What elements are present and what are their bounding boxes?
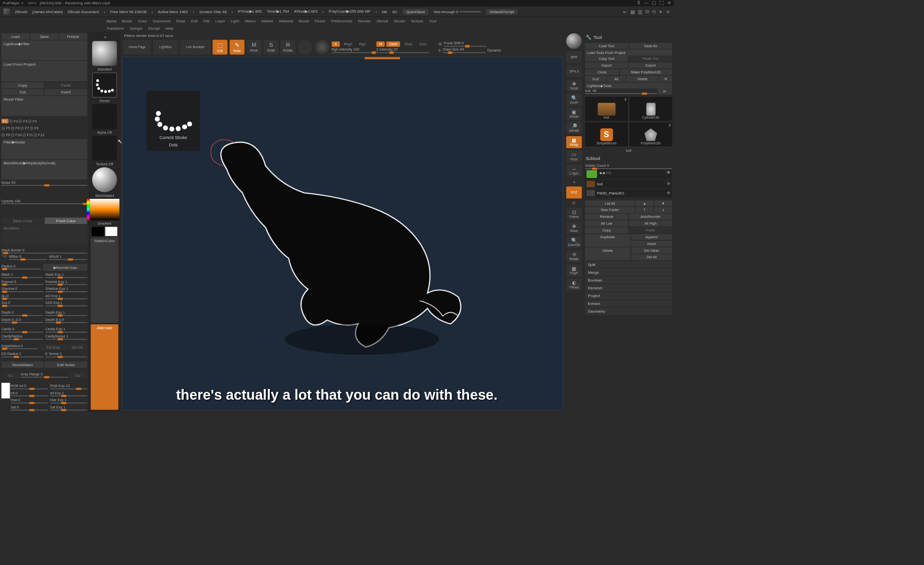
viscount-slider[interactable]: Visible Count 4	[585, 164, 672, 169]
editnoise-button[interactable]: Edit Noise	[45, 362, 87, 368]
restore-icon[interactable]: ▢	[652, 0, 656, 5]
menu-draw[interactable]: Draw	[176, 19, 186, 23]
settings-icon[interactable]: ✦	[659, 9, 663, 15]
rgbint-slider[interactable]: RGB Int 0	[11, 384, 48, 389]
menu-zscript[interactable]: Zscript	[148, 26, 160, 31]
accordion-boolean[interactable]: Boolean	[585, 277, 672, 284]
menu-light[interactable]: Light	[231, 19, 239, 23]
tool-polymesh[interactable]: 2PolyMesh3D	[629, 123, 672, 147]
layout-icon[interactable]: ▦	[630, 9, 635, 15]
layout2-icon[interactable]: ▥	[638, 9, 642, 15]
ao-slider[interactable]: Ao 0	[1, 294, 43, 299]
cycle-icon[interactable]: ⟲	[652, 9, 656, 15]
front-color[interactable]: Front Color	[45, 217, 87, 224]
accordion-merge[interactable]: Merge	[585, 269, 672, 276]
zintensity-slider[interactable]: Z Intensity 25	[376, 47, 429, 53]
menu-picker[interactable]: Picker	[315, 19, 326, 23]
zbrush-logo[interactable]	[3, 8, 10, 15]
satexp-slider[interactable]: Sat Exp 1	[50, 405, 87, 410]
r-button[interactable]: R	[660, 76, 672, 82]
accordion-extract[interactable]: Extract	[585, 300, 672, 307]
down-button[interactable]: ▼	[654, 200, 672, 206]
r2-button[interactable]: R	[657, 88, 672, 94]
menu-stroke[interactable]: Stroke	[394, 19, 405, 23]
shadowexp-slider[interactable]: Shadow Exp 1	[45, 287, 87, 292]
homepage-button[interactable]: Home Page	[123, 40, 151, 55]
eye-icon[interactable]: 👁	[666, 170, 671, 178]
gizmo-circle[interactable]	[297, 40, 313, 55]
back-color[interactable]: Back Color	[1, 217, 44, 224]
g1-button[interactable]: G1	[1, 372, 20, 378]
filter-f1[interactable]: F1	[1, 119, 8, 123]
depth-slider[interactable]: Depth 0	[1, 311, 43, 316]
bull48-slider[interactable]: bull. 48	[585, 88, 657, 94]
refresh-icon[interactable]: ⟳	[572, 201, 575, 206]
makepoly-button[interactable]: Make PolyMesh3D	[620, 69, 672, 75]
sssexp-slider[interactable]: SSS Exp 1	[45, 301, 87, 306]
duplicate-button[interactable]: Duplicate	[585, 234, 630, 247]
append-button[interactable]: Append	[631, 234, 672, 240]
m-tag[interactable]: M	[376, 41, 385, 47]
menu-help[interactable]: Help	[165, 26, 173, 31]
allhigh-button[interactable]: All High	[629, 220, 672, 226]
minimize-icon[interactable]: —	[644, 0, 648, 5]
brush-swatch[interactable]	[92, 41, 117, 66]
edexp[interactable]: ED Exp	[40, 344, 66, 350]
cavityexp-slider[interactable]: Cavity Exp 1	[45, 327, 87, 333]
zadd-tag[interactable]: Zadd	[386, 41, 400, 47]
int-slider[interactable]: Int 0	[11, 391, 48, 396]
menu-layer[interactable]: Layer	[215, 19, 225, 23]
load-button[interactable]: Load	[1, 34, 30, 40]
hueexp-slider[interactable]: Hue Exp 1	[50, 398, 87, 404]
player-name[interactable]: PotPlayer	[3, 1, 20, 5]
drawsize-slider[interactable]: Draw Size 64	[443, 48, 485, 53]
mask1-slider[interactable]: Mask 1	[1, 273, 43, 278]
zoom3d-button[interactable]: 🔍Zoom3D	[566, 236, 582, 248]
subtool-bull[interactable]: bull👁	[585, 180, 672, 188]
delete-button[interactable]: Delete	[585, 247, 630, 260]
visible-button[interactable]: Visible	[626, 76, 659, 82]
menu-document[interactable]: Document	[153, 19, 171, 23]
floor-button[interactable]: ▭Floor	[566, 150, 582, 162]
zoom-button[interactable]: 🔍Zoom	[566, 93, 582, 106]
close-icon[interactable]: ✕	[667, 0, 671, 5]
hue-slider[interactable]: Hue 0	[11, 398, 48, 404]
rgb-tag[interactable]: Rgb	[356, 41, 368, 47]
draw-button[interactable]: ✎Draw	[229, 40, 244, 55]
insert-button[interactable]: Insert	[45, 89, 87, 95]
accordion-geometry[interactable]: Geometry	[585, 308, 672, 315]
loadtool-button[interactable]: Load Tool	[585, 43, 628, 49]
sculptris-circle[interactable]	[314, 40, 330, 55]
up-button[interactable]: ▲	[636, 200, 654, 206]
copy-button[interactable]: Copy	[1, 82, 44, 88]
menu-color[interactable]: Color	[138, 19, 147, 23]
edradius-slider[interactable]: ED Radius 1	[1, 352, 43, 357]
color-swatch[interactable]	[1, 383, 10, 398]
export-button[interactable]: Export	[629, 62, 672, 68]
actual-button[interactable]: ▣Actual	[566, 108, 582, 120]
menu-material[interactable]: Material	[279, 19, 293, 23]
menu-marker[interactable]: Marker	[262, 19, 274, 23]
esense-slider[interactable]: E Sense 1	[45, 352, 87, 357]
sss-slider[interactable]: Sss 0	[1, 301, 43, 306]
white-swatch[interactable]	[105, 227, 118, 236]
filter-f7[interactable]: F7	[20, 126, 29, 130]
edgedetect-slider[interactable]: EdgeDetect 0	[1, 344, 38, 350]
cavity-slider[interactable]: Cavity 0	[1, 327, 43, 333]
switchcolor-button[interactable]: SwitchColor	[91, 237, 119, 323]
tool-bull[interactable]: 2bull	[585, 97, 628, 121]
intexp-slider[interactable]: Int Exp 1	[50, 391, 87, 396]
load-from-project[interactable]: Load From Project	[1, 61, 87, 81]
noise-slider[interactable]: Noise 50	[1, 180, 87, 198]
menu-macro[interactable]: Macro	[245, 19, 256, 23]
maskexp-slider[interactable]: Mask Exp 1	[45, 273, 87, 278]
tool-cylinder[interactable]: Cylinder3D	[629, 97, 672, 121]
cavitysense-slider[interactable]: CavitySense 1	[45, 334, 87, 339]
liveboolean-button[interactable]: Live Boolean	[180, 40, 210, 55]
rotate-button[interactable]: RRotate	[280, 40, 296, 55]
texture-swatch[interactable]	[92, 136, 117, 160]
downend-button[interactable]: ⤓	[654, 207, 672, 213]
menu-movie[interactable]: Movie	[299, 19, 309, 23]
filter-f10[interactable]: F10	[11, 133, 21, 137]
newfolder-button[interactable]: New Folder	[585, 207, 635, 213]
